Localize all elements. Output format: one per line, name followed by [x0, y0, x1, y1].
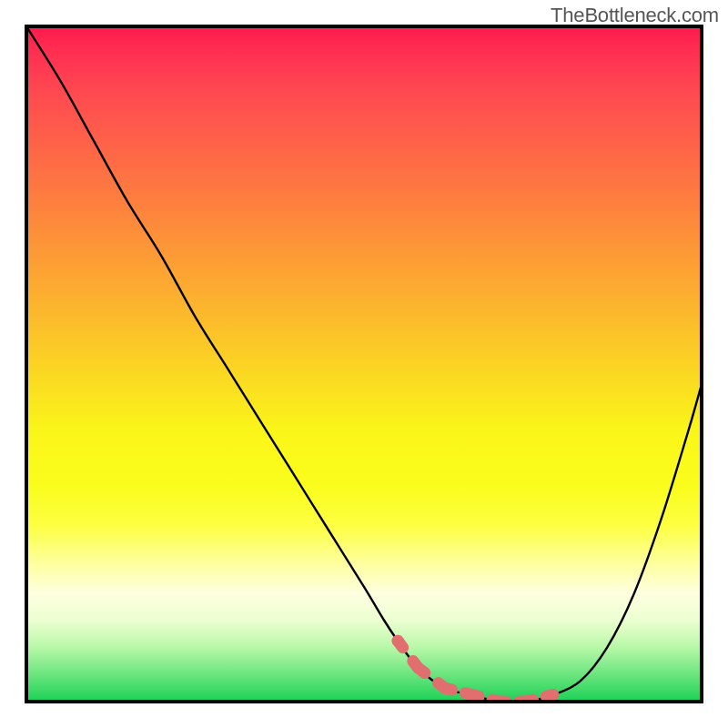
chart-frame: TheBottleneck.com — [0, 0, 728, 728]
chart-svg — [26, 26, 702, 702]
svg-line-4 — [445, 688, 452, 690]
axis-border-right — [700, 25, 703, 703]
axis-border-left — [25, 25, 28, 703]
optimal-range-marker — [392, 635, 560, 702]
svg-line-6 — [472, 695, 479, 697]
axis-border-bottom — [26, 700, 702, 703]
axis-border-top — [26, 25, 702, 28]
svg-line-2 — [418, 668, 424, 673]
plot-area — [26, 26, 702, 702]
bottleneck-curve — [26, 26, 702, 702]
svg-point-12 — [392, 635, 404, 647]
